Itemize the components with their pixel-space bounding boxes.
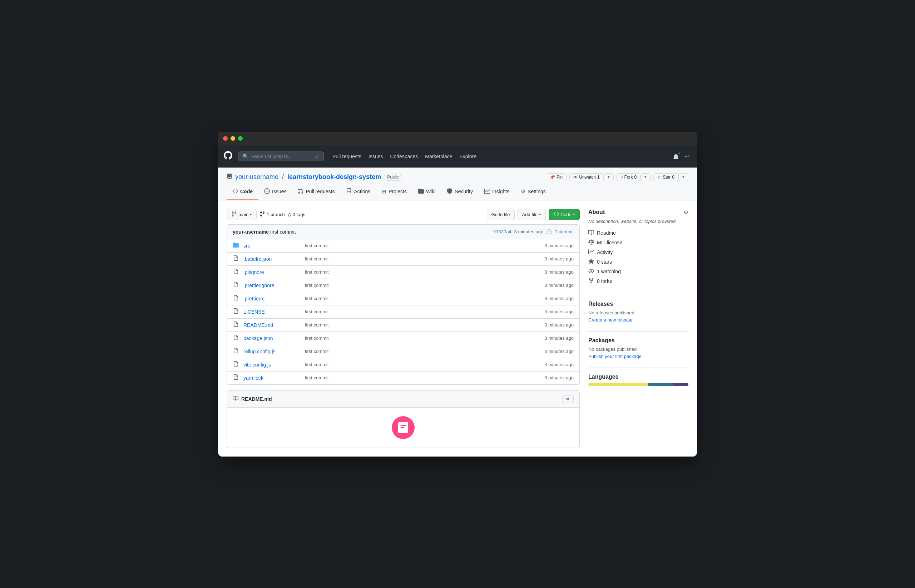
file-time: 3 minutes ago (544, 283, 574, 288)
file-name[interactable]: yarn.lock (243, 375, 301, 381)
file-name[interactable]: .gitignore (243, 269, 301, 275)
nav-right: + ▾ (672, 152, 691, 161)
close-button[interactable] (223, 136, 228, 141)
titlebar (218, 132, 697, 145)
repo-name-link[interactable]: learnstorybook-design-system (287, 173, 381, 181)
tab-code-label: Code (240, 189, 253, 194)
no-releases-text: No releases published (588, 310, 688, 315)
minimize-button[interactable] (230, 136, 235, 141)
file-commit: first commit (305, 362, 540, 367)
fork-chevron-icon: ▾ (645, 175, 646, 179)
search-icon: 🔍 (243, 153, 248, 159)
table-row: rollup.config.js first commit 3 minutes … (227, 345, 580, 358)
file-name[interactable]: rollup.config.js (243, 349, 301, 354)
branch-selector[interactable]: main ▾ (227, 209, 257, 220)
maximize-button[interactable] (238, 136, 243, 141)
file-actions: Go to file Add file ▾ Code ▾ (487, 209, 580, 220)
notifications-button[interactable] (672, 152, 680, 161)
branches-link[interactable]: 1 branch (259, 211, 285, 218)
nav-explore[interactable]: Explore (457, 152, 479, 162)
pin-icon: 📌 (550, 175, 555, 180)
goto-file-button[interactable]: Go to file (487, 209, 515, 220)
star-label: Star (663, 175, 670, 180)
star-group: ☆ Star 0 ▾ (653, 173, 688, 181)
sidebar-item-readme[interactable]: Readme (588, 228, 688, 238)
repo-tabs: Code Issues Pull requests Actions (227, 184, 688, 200)
tab-pull-requests[interactable]: Pull requests (292, 184, 340, 200)
languages-title-text: Languages (588, 374, 618, 380)
tab-insights[interactable]: Insights (479, 184, 515, 200)
commit-count-link[interactable]: 1 commit (555, 229, 574, 234)
add-file-button[interactable]: Add file ▾ (518, 209, 546, 220)
star-dropdown-button[interactable]: ▾ (679, 173, 688, 181)
sidebar-item-license[interactable]: MIT license (588, 238, 688, 247)
nav-pull-requests[interactable]: Pull requests (330, 152, 364, 162)
nav-marketplace[interactable]: Marketplace (422, 152, 455, 162)
sidebar-item-watching[interactable]: 1 watching (588, 267, 688, 276)
tab-wiki[interactable]: Wiki (413, 184, 441, 200)
file-name[interactable]: .babelrc.json (243, 256, 301, 262)
readme-edit-button[interactable]: ✏ (562, 395, 574, 403)
pin-button[interactable]: 📌 Pin (546, 173, 567, 181)
forks-count: 0 forks (597, 278, 612, 284)
branch-icon (231, 211, 237, 218)
tag-icon: ◇ (288, 212, 291, 217)
tab-wiki-label: Wiki (426, 189, 435, 194)
repo-type-icon (227, 174, 232, 181)
file-name[interactable]: vite.config.js (243, 362, 301, 368)
readme-list-icon (233, 396, 238, 402)
sidebar-item-stars[interactable]: 0 stars (588, 257, 688, 267)
tab-issues[interactable]: Issues (258, 184, 292, 200)
sidebar-item-activity[interactable]: Activity (588, 247, 688, 257)
tab-settings[interactable]: ⚙ Settings (515, 184, 552, 200)
file-commit: first commit (305, 256, 540, 262)
file-commit: first commit (305, 375, 540, 380)
security-tab-icon (447, 188, 452, 195)
commit-hash[interactable]: 91327a4 (493, 229, 512, 234)
create-release-link[interactable]: Create a new release (588, 317, 633, 323)
watching-count: 1 watching (597, 269, 621, 275)
about-settings-button[interactable]: ⚙ (683, 209, 688, 216)
settings-tab-icon: ⚙ (521, 188, 525, 195)
nav-codespaces[interactable]: Codespaces (387, 152, 421, 162)
file-name[interactable]: .prettierignore (243, 283, 301, 288)
about-title: About ⚙ (588, 209, 688, 216)
unwatch-dropdown-button[interactable]: ▾ (604, 173, 614, 181)
file-name[interactable]: LICENSE (243, 309, 301, 315)
star-button[interactable]: ☆ Star 0 (653, 173, 679, 181)
star-icon: ☆ (657, 175, 661, 180)
unwatch-label: Unwatch (579, 175, 596, 180)
file-name[interactable]: package.json (243, 336, 301, 341)
repo-visibility-badge: Public (384, 174, 402, 181)
nav-issues[interactable]: Issues (366, 152, 385, 162)
tab-code[interactable]: Code (227, 184, 258, 200)
github-logo[interactable] (224, 151, 232, 162)
readme-bar: README.md ✏ (227, 391, 580, 408)
tab-actions[interactable]: Actions (340, 184, 376, 200)
file-name[interactable]: src (243, 243, 301, 249)
commit-author[interactable]: your-username (233, 229, 269, 235)
tab-security[interactable]: Security (441, 184, 479, 200)
file-time: 3 minutes ago (544, 362, 574, 367)
file-icon (233, 361, 239, 368)
file-commit: first commit (305, 309, 540, 314)
file-name[interactable]: README.md (243, 322, 301, 328)
repo-owner-link[interactable]: your-username (235, 173, 279, 181)
repo-header: your-username / learnstorybook-design-sy… (218, 168, 697, 200)
code-button[interactable]: Code ▾ (549, 209, 580, 220)
file-icon (233, 308, 239, 315)
search-bar[interactable]: 🔍 Search or jump to... / (238, 152, 324, 161)
add-button[interactable]: + ▾ (683, 152, 691, 161)
add-label: + (685, 153, 688, 160)
publish-package-link[interactable]: Publish your first package (588, 354, 641, 359)
tab-projects[interactable]: ⊞ Projects (376, 184, 413, 200)
fork-dropdown-button[interactable]: ▾ (640, 173, 651, 181)
sidebar-item-forks[interactable]: 0 forks (588, 276, 688, 286)
unwatch-button[interactable]: 👁 Unwatch 1 (569, 173, 603, 181)
tags-link[interactable]: ◇ 0 tags (288, 212, 305, 217)
file-name[interactable]: .prettierrc (243, 296, 301, 302)
insights-tab-icon (484, 188, 490, 195)
navbar: 🔍 Search or jump to... / Pull requests I… (218, 145, 697, 168)
fork-button[interactable]: ⑂ Fork 0 (617, 173, 641, 181)
branch-count: 1 branch (267, 212, 285, 217)
